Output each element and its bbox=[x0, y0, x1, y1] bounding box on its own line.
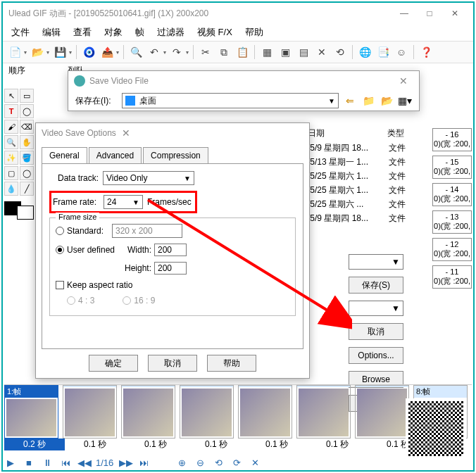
col-header-date[interactable]: 日期 bbox=[308, 127, 387, 139]
tab-general[interactable]: General bbox=[42, 147, 87, 163]
smile-icon[interactable]: ☺ bbox=[394, 44, 409, 60]
register-icon[interactable]: 📑 bbox=[375, 44, 391, 60]
filetype-combo[interactable]: ▼ bbox=[349, 301, 403, 316]
stop-icon[interactable]: ■ bbox=[23, 458, 35, 468]
object-thumb[interactable]: - 120)(宽 :200, bbox=[432, 238, 472, 261]
timeline-frame[interactable] bbox=[355, 385, 409, 439]
new-icon[interactable]: 📄 bbox=[7, 44, 23, 60]
save-icon[interactable]: 💾 bbox=[52, 44, 68, 60]
help-button[interactable]: 帮助 bbox=[207, 355, 256, 372]
timeline-frame[interactable] bbox=[63, 385, 117, 439]
col-header-type[interactable]: 类型 bbox=[387, 127, 414, 139]
zoom-tool-icon[interactable]: 🔍 bbox=[4, 135, 18, 149]
timeline-frame[interactable] bbox=[238, 385, 292, 439]
file-row[interactable]: /5/9 星期四 18...文件 bbox=[308, 141, 413, 155]
opt3-icon[interactable]: ⟲ bbox=[212, 458, 225, 468]
wand-tool-icon[interactable]: ✨ bbox=[4, 151, 18, 165]
minimize-button[interactable]: — bbox=[392, 6, 417, 21]
copy-icon[interactable]: ⧉ bbox=[216, 44, 232, 60]
bucket-tool-icon[interactable]: 🪣 bbox=[20, 151, 34, 165]
tool-a-icon[interactable]: ✕ bbox=[314, 44, 330, 60]
brush-tool-icon[interactable]: 🖌 bbox=[4, 120, 18, 134]
menu-frame[interactable]: 帧 bbox=[131, 25, 149, 40]
menu-view[interactable]: 查看 bbox=[69, 25, 96, 40]
timeline-frame[interactable] bbox=[296, 385, 351, 439]
prev-icon[interactable]: ◀◀ bbox=[77, 458, 90, 468]
menu-help[interactable]: 帮助 bbox=[241, 25, 268, 40]
opt2-icon[interactable]: ⊖ bbox=[194, 458, 206, 468]
data-track-select[interactable]: Video Only ▼ bbox=[103, 171, 194, 185]
shape-tool-icon[interactable]: ◯ bbox=[20, 104, 34, 118]
frame-del-icon[interactable]: ▤ bbox=[296, 44, 311, 60]
maximize-button[interactable]: □ bbox=[417, 6, 442, 21]
back-icon[interactable]: ⇐ bbox=[343, 94, 357, 108]
save-location-combo[interactable]: 桌面 ▼ bbox=[122, 93, 339, 108]
preview-icon[interactable]: 🔍 bbox=[128, 44, 144, 60]
save-button[interactable]: 保存(S) bbox=[349, 277, 403, 294]
marquee-tool-icon[interactable]: ▭ bbox=[20, 89, 34, 103]
frame-dup-icon[interactable]: ▣ bbox=[277, 44, 293, 60]
ellipse-tool-icon[interactable]: ◯ bbox=[20, 166, 34, 180]
opt4-icon[interactable]: ⟳ bbox=[230, 458, 243, 468]
first-icon[interactable]: ⏮ bbox=[59, 458, 72, 468]
up-folder-icon[interactable]: 📁 bbox=[361, 94, 375, 108]
file-row[interactable]: /5/13 星期一 1...文件 bbox=[308, 155, 413, 169]
menu-object[interactable]: 对象 bbox=[100, 25, 127, 40]
wizard-icon[interactable]: 🧿 bbox=[81, 44, 96, 60]
eraser-tool-icon[interactable]: ⌫ bbox=[20, 120, 34, 134]
file-row[interactable]: /5/25 星期六 1...文件 bbox=[308, 183, 413, 197]
globe-icon[interactable]: 🌐 bbox=[357, 44, 372, 60]
object-thumb[interactable]: - 160)(宽 :200, bbox=[432, 128, 472, 151]
frame-time[interactable]: 0.1 秒 bbox=[307, 439, 368, 450]
file-row[interactable]: /5/9 星期四 18...文件 bbox=[308, 211, 413, 225]
hand-tool-icon[interactable]: ✋ bbox=[20, 135, 34, 149]
cancel-button[interactable]: 取消 bbox=[148, 355, 197, 372]
view-menu-icon[interactable]: ▦▾ bbox=[398, 94, 412, 108]
width-input[interactable]: 200 bbox=[154, 244, 187, 256]
paste-icon[interactable]: 📋 bbox=[234, 44, 250, 60]
file-row[interactable]: /5/25 星期六 1...文件 bbox=[308, 169, 413, 183]
next-icon[interactable]: ▶▶ bbox=[119, 458, 132, 468]
open-icon[interactable]: 📂 bbox=[30, 44, 45, 60]
frame-time[interactable]: 0.2 秒 bbox=[4, 439, 65, 450]
keep-aspect-checkbox[interactable] bbox=[56, 281, 64, 289]
undo-icon[interactable]: ↶ bbox=[146, 44, 162, 60]
user-defined-radio[interactable] bbox=[56, 246, 64, 254]
filename-combo[interactable]: ▼ bbox=[349, 254, 403, 270]
file-row[interactable]: /5/25 星期六 ...文件 bbox=[308, 197, 413, 211]
play-icon[interactable]: ▶ bbox=[4, 458, 17, 468]
standard-radio[interactable] bbox=[56, 227, 64, 235]
last-icon[interactable]: ⏭ bbox=[137, 458, 150, 468]
arrow-tool-icon[interactable]: ↖ bbox=[4, 89, 18, 103]
export-icon[interactable]: 📤 bbox=[99, 44, 115, 60]
line-tool-icon[interactable]: ╱ bbox=[20, 182, 34, 196]
save-dialog-close-icon[interactable]: ✕ bbox=[394, 75, 413, 87]
frame-time[interactable]: 0.1 秒 bbox=[125, 439, 186, 450]
tab-advanced[interactable]: Advanced bbox=[89, 147, 142, 163]
close-button[interactable]: ✕ bbox=[442, 6, 468, 21]
frame-add-icon[interactable]: ▦ bbox=[259, 44, 275, 60]
menu-videofx[interactable]: 视频 F/X bbox=[193, 25, 237, 40]
height-input[interactable]: 200 bbox=[154, 262, 187, 275]
menu-edit[interactable]: 编辑 bbox=[38, 25, 65, 40]
cut-icon[interactable]: ✂ bbox=[198, 44, 213, 60]
object-thumb[interactable]: - 150)(宽 :200, bbox=[432, 156, 472, 179]
frame-time[interactable]: 0.1 秒 bbox=[65, 439, 125, 450]
cancel-button[interactable]: 取消 bbox=[349, 323, 403, 340]
object-thumb[interactable]: - 110)(宽 :200, bbox=[432, 265, 472, 289]
tool-b-icon[interactable]: ⟲ bbox=[332, 44, 348, 60]
pause-icon[interactable]: ⏸ bbox=[41, 458, 54, 468]
menu-file[interactable]: 文件 bbox=[7, 25, 34, 40]
rect-tool-icon[interactable]: ▢ bbox=[4, 166, 18, 180]
text-tool-icon[interactable]: T bbox=[4, 104, 18, 118]
menu-filter[interactable]: 过滤器 bbox=[153, 25, 189, 40]
opt1-icon[interactable]: ⊕ bbox=[175, 458, 188, 468]
opt5-icon[interactable]: ✕ bbox=[249, 458, 261, 468]
object-thumb[interactable]: - 130)(宽 :200, bbox=[432, 210, 472, 234]
options-button[interactable]: Options... bbox=[349, 347, 403, 364]
timeline-frame[interactable] bbox=[180, 385, 234, 439]
ok-button[interactable]: 确定 bbox=[89, 355, 138, 372]
new-folder-icon[interactable]: 📂 bbox=[380, 94, 394, 108]
options-dialog-close-icon[interactable]: ✕ bbox=[116, 127, 136, 139]
eyedropper-tool-icon[interactable]: 💧 bbox=[4, 182, 18, 196]
